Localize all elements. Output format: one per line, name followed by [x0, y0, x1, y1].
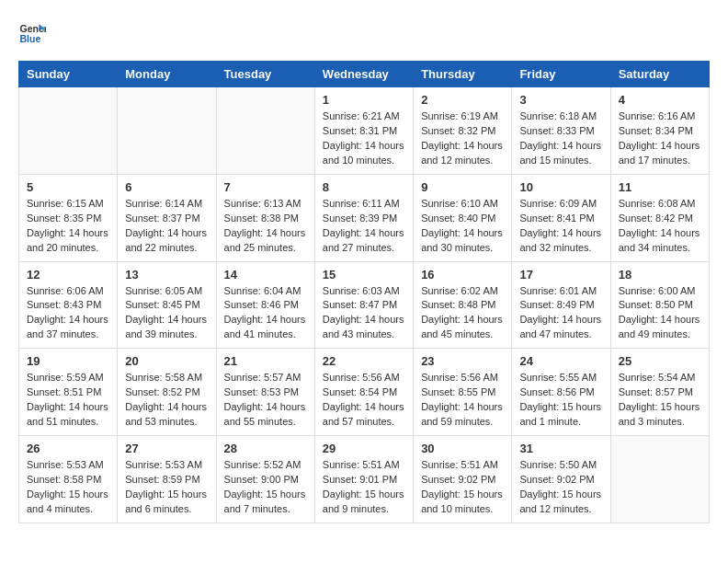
day-number: 22: [323, 354, 405, 368]
calendar-cell: [118, 87, 216, 175]
calendar-cell: 11Sunrise: 6:08 AMSunset: 8:42 PMDayligh…: [610, 174, 709, 261]
day-info: Sunrise: 6:11 AMSunset: 8:39 PMDaylight:…: [323, 197, 405, 256]
day-number: 16: [421, 268, 504, 282]
day-number: 1: [323, 93, 405, 107]
calendar-cell: 17Sunrise: 6:01 AMSunset: 8:49 PMDayligh…: [512, 261, 610, 349]
weekday-header-monday: Monday: [118, 62, 216, 87]
day-info: Sunrise: 5:54 AMSunset: 8:57 PMDaylight:…: [619, 371, 701, 430]
calendar-cell: 24Sunrise: 5:55 AMSunset: 8:56 PMDayligh…: [512, 349, 610, 436]
day-number: 20: [125, 354, 208, 368]
day-info: Sunrise: 6:09 AMSunset: 8:41 PMDaylight:…: [519, 197, 602, 256]
day-info: Sunrise: 5:58 AMSunset: 8:52 PMDaylight:…: [125, 371, 208, 430]
calendar-cell: 25Sunrise: 5:54 AMSunset: 8:57 PMDayligh…: [610, 349, 709, 436]
calendar-week-row: 5Sunrise: 6:15 AMSunset: 8:35 PMDaylight…: [19, 174, 710, 261]
day-number: 17: [519, 268, 602, 282]
calendar-cell: 8Sunrise: 6:11 AMSunset: 8:39 PMDaylight…: [314, 174, 413, 261]
day-info: Sunrise: 6:08 AMSunset: 8:42 PMDaylight:…: [619, 197, 701, 256]
calendar-cell: 27Sunrise: 5:53 AMSunset: 8:59 PMDayligh…: [118, 436, 216, 523]
day-info: Sunrise: 5:51 AMSunset: 9:02 PMDaylight:…: [421, 458, 504, 517]
day-info: Sunrise: 5:57 AMSunset: 8:53 PMDaylight:…: [224, 371, 307, 430]
day-info: Sunrise: 6:10 AMSunset: 8:40 PMDaylight:…: [421, 197, 504, 256]
day-info: Sunrise: 5:53 AMSunset: 8:58 PMDaylight:…: [27, 458, 109, 517]
day-info: Sunrise: 5:51 AMSunset: 9:01 PMDaylight:…: [323, 458, 405, 517]
day-info: Sunrise: 6:06 AMSunset: 8:43 PMDaylight:…: [27, 284, 109, 343]
day-number: 11: [619, 180, 701, 194]
day-info: Sunrise: 6:00 AMSunset: 8:50 PMDaylight:…: [619, 284, 701, 343]
calendar-cell: 4Sunrise: 6:16 AMSunset: 8:34 PMDaylight…: [610, 87, 709, 175]
day-number: 12: [27, 268, 109, 282]
day-info: Sunrise: 6:13 AMSunset: 8:38 PMDaylight:…: [224, 197, 307, 256]
day-number: 21: [224, 354, 307, 368]
calendar-cell: 28Sunrise: 5:52 AMSunset: 9:00 PMDayligh…: [216, 436, 314, 523]
weekday-header-thursday: Thursday: [414, 62, 512, 87]
calendar-cell: 9Sunrise: 6:10 AMSunset: 8:40 PMDaylight…: [414, 174, 512, 261]
day-info: Sunrise: 6:02 AMSunset: 8:48 PMDaylight:…: [421, 284, 504, 343]
calendar-week-row: 26Sunrise: 5:53 AMSunset: 8:58 PMDayligh…: [19, 436, 710, 523]
day-number: 30: [421, 442, 504, 455]
day-number: 29: [323, 442, 405, 455]
day-number: 3: [519, 93, 602, 107]
day-number: 28: [224, 442, 307, 455]
calendar-table: SundayMondayTuesdayWednesdayThursdayFrid…: [18, 61, 710, 523]
calendar-cell: 12Sunrise: 6:06 AMSunset: 8:43 PMDayligh…: [19, 261, 118, 349]
calendar-cell: 2Sunrise: 6:19 AMSunset: 8:32 PMDaylight…: [414, 87, 512, 175]
day-number: 13: [125, 268, 208, 282]
calendar-cell: 22Sunrise: 5:56 AMSunset: 8:54 PMDayligh…: [314, 349, 413, 436]
calendar-cell: 3Sunrise: 6:18 AMSunset: 8:33 PMDaylight…: [512, 87, 610, 175]
day-info: Sunrise: 5:52 AMSunset: 9:00 PMDaylight:…: [224, 458, 307, 517]
day-number: 2: [421, 93, 504, 107]
day-number: 23: [421, 354, 504, 368]
calendar-cell: 31Sunrise: 5:50 AMSunset: 9:02 PMDayligh…: [512, 436, 610, 523]
weekday-header-tuesday: Tuesday: [216, 62, 314, 87]
day-number: 9: [421, 180, 504, 194]
calendar-cell: 7Sunrise: 6:13 AMSunset: 8:38 PMDaylight…: [216, 174, 314, 261]
day-info: Sunrise: 6:03 AMSunset: 8:47 PMDaylight:…: [323, 284, 405, 343]
svg-text:Blue: Blue: [20, 33, 41, 44]
day-number: 26: [27, 442, 109, 455]
day-number: 5: [27, 180, 109, 194]
day-number: 25: [619, 354, 701, 368]
calendar-cell: [216, 87, 314, 175]
calendar-cell: 29Sunrise: 5:51 AMSunset: 9:01 PMDayligh…: [314, 436, 413, 523]
calendar-cell: 26Sunrise: 5:53 AMSunset: 8:58 PMDayligh…: [19, 436, 118, 523]
day-info: Sunrise: 6:05 AMSunset: 8:45 PMDaylight:…: [125, 284, 208, 343]
day-info: Sunrise: 5:56 AMSunset: 8:54 PMDaylight:…: [323, 371, 405, 430]
page-header: General Blue: [18, 18, 710, 46]
logo: General Blue: [18, 18, 46, 46]
calendar-cell: 15Sunrise: 6:03 AMSunset: 8:47 PMDayligh…: [314, 261, 413, 349]
day-info: Sunrise: 5:50 AMSunset: 9:02 PMDaylight:…: [519, 458, 602, 517]
calendar-cell: [610, 436, 709, 523]
day-number: 4: [619, 93, 701, 107]
weekday-header-sunday: Sunday: [19, 62, 118, 87]
day-number: 6: [125, 180, 208, 194]
day-info: Sunrise: 5:55 AMSunset: 8:56 PMDaylight:…: [519, 371, 602, 430]
day-info: Sunrise: 6:21 AMSunset: 8:31 PMDaylight:…: [323, 109, 405, 168]
calendar-cell: 21Sunrise: 5:57 AMSunset: 8:53 PMDayligh…: [216, 349, 314, 436]
calendar-cell: 30Sunrise: 5:51 AMSunset: 9:02 PMDayligh…: [414, 436, 512, 523]
calendar-cell: 20Sunrise: 5:58 AMSunset: 8:52 PMDayligh…: [118, 349, 216, 436]
day-info: Sunrise: 6:15 AMSunset: 8:35 PMDaylight:…: [27, 197, 109, 256]
day-number: 7: [224, 180, 307, 194]
calendar-week-row: 1Sunrise: 6:21 AMSunset: 8:31 PMDaylight…: [19, 87, 710, 175]
calendar-week-row: 19Sunrise: 5:59 AMSunset: 8:51 PMDayligh…: [19, 349, 710, 436]
day-info: Sunrise: 5:59 AMSunset: 8:51 PMDaylight:…: [27, 371, 109, 430]
day-number: 10: [519, 180, 602, 194]
calendar-cell: 1Sunrise: 6:21 AMSunset: 8:31 PMDaylight…: [314, 87, 413, 175]
calendar-cell: 23Sunrise: 5:56 AMSunset: 8:55 PMDayligh…: [414, 349, 512, 436]
calendar-cell: 5Sunrise: 6:15 AMSunset: 8:35 PMDaylight…: [19, 174, 118, 261]
calendar-cell: 14Sunrise: 6:04 AMSunset: 8:46 PMDayligh…: [216, 261, 314, 349]
weekday-header-saturday: Saturday: [610, 62, 709, 87]
day-number: 8: [323, 180, 405, 194]
calendar-week-row: 12Sunrise: 6:06 AMSunset: 8:43 PMDayligh…: [19, 261, 710, 349]
day-info: Sunrise: 5:53 AMSunset: 8:59 PMDaylight:…: [125, 458, 208, 517]
day-number: 31: [519, 442, 602, 455]
day-number: 14: [224, 268, 307, 282]
calendar-cell: 18Sunrise: 6:00 AMSunset: 8:50 PMDayligh…: [610, 261, 709, 349]
calendar-cell: 13Sunrise: 6:05 AMSunset: 8:45 PMDayligh…: [118, 261, 216, 349]
day-info: Sunrise: 6:19 AMSunset: 8:32 PMDaylight:…: [421, 109, 504, 168]
calendar-cell: 16Sunrise: 6:02 AMSunset: 8:48 PMDayligh…: [414, 261, 512, 349]
calendar-cell: 6Sunrise: 6:14 AMSunset: 8:37 PMDaylight…: [118, 174, 216, 261]
day-number: 15: [323, 268, 405, 282]
weekday-header-row: SundayMondayTuesdayWednesdayThursdayFrid…: [19, 62, 710, 87]
day-number: 24: [519, 354, 602, 368]
